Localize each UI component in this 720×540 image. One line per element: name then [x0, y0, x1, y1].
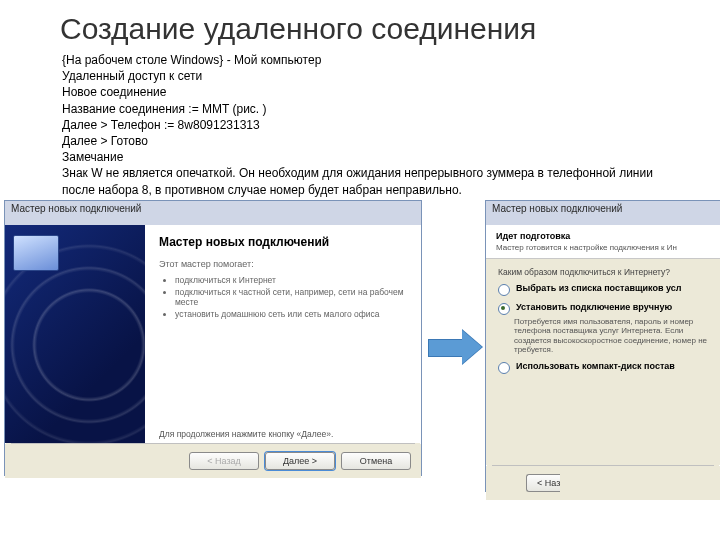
wizard-header: Идет подготовка Мастер готовится к настр…: [486, 225, 720, 259]
wizard-lead-question: Каким образом подключиться к Интернету?: [498, 267, 714, 277]
radio-icon: [498, 303, 510, 315]
instruction-text: {На рабочем столе Windows} - Мой компьют…: [62, 52, 684, 198]
line: {На рабочем столе Windows} - Мой компьют…: [62, 52, 684, 68]
page-title: Создание удаленного соединения: [60, 12, 720, 46]
device-icon: [13, 235, 59, 271]
back-button[interactable]: < Наз: [526, 474, 560, 492]
radio-icon: [498, 284, 510, 296]
next-button[interactable]: Далее >: [265, 452, 335, 470]
radio-option[interactable]: Установить подключение вручную: [498, 302, 714, 315]
radio-label: Установить подключение вручную: [516, 302, 672, 312]
wizard-heading: Идет подготовка: [496, 231, 570, 241]
wizard-main-panel: Мастер новых подключений Этот мастер пом…: [145, 225, 421, 443]
wizard-heading: Мастер новых подключений: [159, 235, 411, 249]
wizard-subheading: Мастер готовится к настройке подключения…: [496, 243, 712, 252]
wizard-subtext: Этот мастер помогает:: [159, 259, 411, 269]
radio-label: Использовать компакт-диск постав: [516, 361, 675, 371]
wizard-sidebar-graphic: [5, 225, 145, 443]
line: Знак W не является опечаткой. Он необход…: [62, 165, 684, 197]
line: Далее > Готово: [62, 133, 684, 149]
arrow-icon: [428, 330, 482, 364]
wizard-window-setup: Мастер новых подключений Идет подготовка…: [485, 200, 720, 492]
wizard-footnote: Для продолжения нажмите кнопку «Далее».: [159, 429, 411, 439]
wizard-bullet: подключиться к Интернет: [175, 275, 411, 285]
wizard-button-row: < Наз: [486, 466, 720, 500]
radio-desc: Потребуется имя пользователя, пароль и н…: [514, 317, 714, 355]
line: Название соединения := MMT (рис. ): [62, 101, 684, 117]
wizard-bullet: подключиться к частной сети, например, с…: [175, 287, 411, 307]
wizard-window-welcome: Мастер новых подключений Мастер новых по…: [4, 200, 422, 476]
back-button[interactable]: < Назад: [189, 452, 259, 470]
window-titlebar: Мастер новых подключений: [5, 201, 421, 225]
wizard-button-row: < Назад Далее > Отмена: [5, 444, 421, 478]
window-titlebar: Мастер новых подключений: [486, 201, 720, 225]
radio-label: Выбрать из списка поставщиков усл: [516, 283, 682, 293]
line: Далее > Телефон := 8w8091231313: [62, 117, 684, 133]
cancel-button[interactable]: Отмена: [341, 452, 411, 470]
line: Удаленный доступ к сети: [62, 68, 684, 84]
radio-option[interactable]: Использовать компакт-диск постав: [498, 361, 714, 374]
line: Новое соединение: [62, 84, 684, 100]
radio-option[interactable]: Выбрать из списка поставщиков усл: [498, 283, 714, 296]
line: Замечание: [62, 149, 684, 165]
wizard-options-panel: Каким образом подключиться к Интернету? …: [486, 259, 720, 465]
wizard-bullet: установить домашнюю сеть или сеть малого…: [175, 309, 411, 319]
radio-icon: [498, 362, 510, 374]
